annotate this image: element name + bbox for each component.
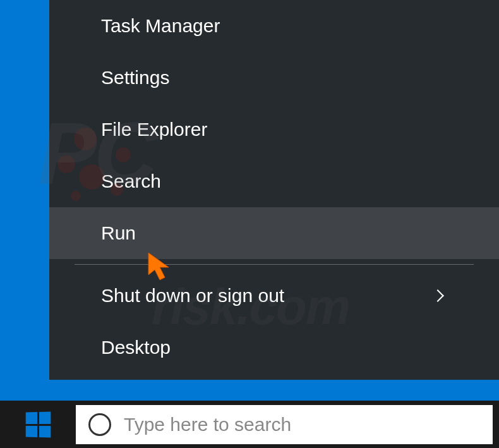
- windows-logo-icon: [26, 411, 51, 437]
- menu-item-settings[interactable]: Settings: [49, 52, 499, 104]
- winx-context-menu: Task Manager Settings File Explorer Sear…: [49, 0, 499, 380]
- menu-divider: [75, 264, 474, 265]
- menu-item-label: Desktop: [101, 337, 171, 358]
- start-button[interactable]: [0, 401, 76, 448]
- menu-item-desktop[interactable]: Desktop: [49, 322, 499, 373]
- menu-item-shutdown[interactable]: Shut down or sign out: [49, 270, 499, 322]
- menu-item-search[interactable]: Search: [49, 155, 499, 207]
- desktop: PC risk.com Task Manager Settings File E…: [0, 0, 499, 448]
- menu-item-file-explorer[interactable]: File Explorer: [49, 104, 499, 155]
- menu-item-label: File Explorer: [101, 119, 207, 140]
- menu-item-label: Settings: [101, 67, 169, 88]
- menu-item-run[interactable]: Run: [49, 207, 499, 259]
- menu-item-label: Run: [101, 222, 136, 244]
- menu-item-label: Search: [101, 171, 161, 192]
- menu-item-label: Shut down or sign out: [101, 285, 284, 306]
- menu-item-label: Task Manager: [101, 15, 220, 37]
- search-icon: [88, 413, 111, 436]
- search-placeholder: Type here to search: [124, 414, 291, 435]
- taskbar-search-box[interactable]: Type here to search: [76, 405, 493, 444]
- chevron-right-icon: [431, 289, 444, 302]
- menu-item-task-manager[interactable]: Task Manager: [49, 0, 499, 52]
- taskbar: Type here to search: [0, 401, 499, 448]
- cursor-pointer-icon: [142, 250, 180, 288]
